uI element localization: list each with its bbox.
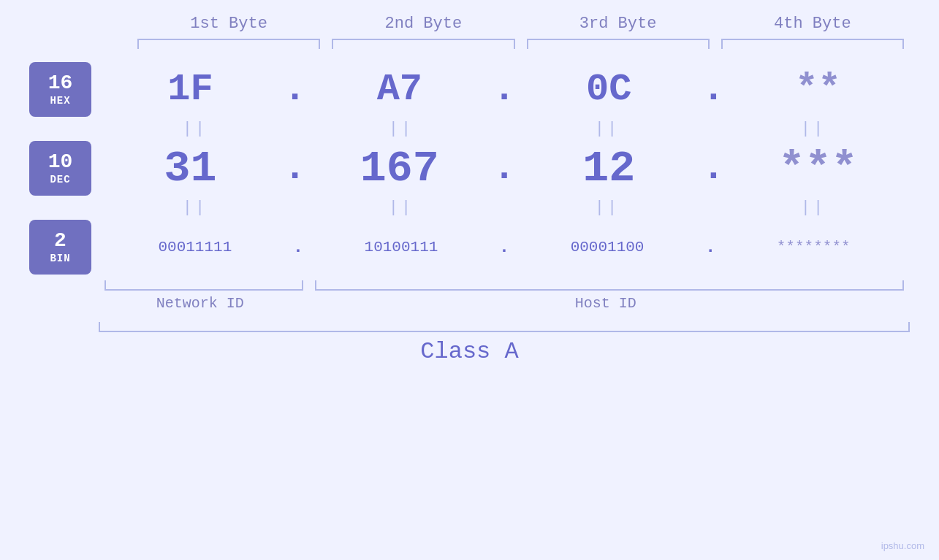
dec-dot-3: . xyxy=(701,147,726,190)
bin-badge-label: BIN xyxy=(50,253,70,264)
id-labels-row: Network ID Host ID xyxy=(29,295,910,312)
dec-byte-3-cell: 12 xyxy=(517,144,701,193)
host-id-cell: Host ID xyxy=(302,295,911,312)
hex-byte-2: A7 xyxy=(377,68,422,111)
equals-1-4: || xyxy=(801,120,826,138)
bracket-2 xyxy=(332,39,514,49)
dec-dot-1: . xyxy=(282,147,308,190)
bin-byte-3: 00001100 xyxy=(571,239,645,256)
byte-header-4: 4th Byte xyxy=(715,15,910,33)
bin-byte-2-cell: 10100111 xyxy=(305,239,498,256)
class-label: Class A xyxy=(420,338,518,365)
dec-byte-1-cell: 31 xyxy=(99,144,282,193)
equals-1-3: || xyxy=(595,120,620,138)
bracket-1 xyxy=(137,39,320,49)
watermark: ipshu.com xyxy=(881,540,924,551)
hex-badge: 16 HEX xyxy=(29,62,91,117)
equals-1-2: || xyxy=(389,120,414,138)
host-bracket xyxy=(315,280,905,291)
network-id-cell: Network ID xyxy=(99,295,302,312)
host-id-label: Host ID xyxy=(575,295,636,312)
dec-badge-num: 10 xyxy=(48,151,73,174)
hex-byte-1-cell: 1F xyxy=(99,68,282,111)
class-bracket-container xyxy=(29,322,910,332)
dec-byte-2-cell: 167 xyxy=(308,144,491,193)
top-bracket-row xyxy=(29,39,910,49)
hex-dot-1: . xyxy=(282,68,308,111)
byte-header-2: 2nd Byte xyxy=(326,15,520,33)
dec-badge-label: DEC xyxy=(50,174,70,185)
dec-byte-2: 167 xyxy=(360,144,439,193)
equals-1-1: || xyxy=(183,120,208,138)
dec-byte-4-cell: *** xyxy=(726,144,910,193)
equals-row-1: || || || || xyxy=(29,120,910,138)
dec-byte-3: 12 xyxy=(582,144,635,193)
dec-row: 10 DEC 31 . 167 . 12 . *** xyxy=(29,141,910,196)
hex-dot-3: . xyxy=(701,68,726,111)
equals-2-2: || xyxy=(389,199,414,217)
hex-byte-3-cell: 0C xyxy=(517,68,701,111)
equals-2-1: || xyxy=(183,199,208,217)
bin-byte-3-cell: 00001100 xyxy=(511,239,704,256)
bin-badge-num: 2 xyxy=(54,230,66,253)
dec-badge: 10 DEC xyxy=(29,141,91,196)
equals-2-3: || xyxy=(595,199,620,217)
dec-values: 31 . 167 . 12 . *** xyxy=(99,144,910,193)
hex-badge-num: 16 xyxy=(48,72,73,95)
bottom-bracket-container xyxy=(29,280,910,291)
bin-row: 2 BIN 00011111 . 10100111 . 00001100 . *… xyxy=(29,220,910,275)
hex-values: 1F . A7 . 0C . ** xyxy=(99,68,910,111)
hex-dot-2: . xyxy=(491,68,517,111)
bin-byte-4: ******** xyxy=(777,239,851,256)
bin-byte-4-cell: ******** xyxy=(717,239,910,256)
byte-headers-row: 1st Byte 2nd Byte 3rd Byte 4th Byte xyxy=(29,15,910,33)
network-id-label: Network ID xyxy=(156,295,244,312)
byte-header-3: 3rd Byte xyxy=(521,15,715,33)
class-label-row: Class A xyxy=(29,338,910,365)
byte-header-1: 1st Byte xyxy=(132,15,326,33)
dec-byte-1: 31 xyxy=(164,144,217,193)
bracket-3 xyxy=(527,39,710,49)
bin-dot-3: . xyxy=(704,237,717,257)
hex-byte-4: ** xyxy=(795,68,840,111)
main-container: 1st Byte 2nd Byte 3rd Byte 4th Byte 16 H… xyxy=(0,0,939,560)
hex-badge-label: HEX xyxy=(50,95,70,107)
bin-values: 00011111 . 10100111 . 00001100 . *******… xyxy=(99,237,910,257)
bin-byte-1-cell: 00011111 xyxy=(99,239,292,256)
bracket-4 xyxy=(721,39,904,49)
hex-byte-4-cell: ** xyxy=(726,68,910,111)
bin-dot-2: . xyxy=(498,237,511,257)
equals-row-2: || || || || xyxy=(29,199,910,217)
dec-byte-4: *** xyxy=(778,144,857,193)
hex-byte-2-cell: A7 xyxy=(308,68,491,111)
hex-row: 16 HEX 1F . A7 . 0C . ** xyxy=(29,62,910,117)
bin-dot-1: . xyxy=(292,237,305,257)
bin-byte-2: 10100111 xyxy=(365,239,438,256)
network-bracket xyxy=(104,280,303,291)
bin-badge: 2 BIN xyxy=(29,220,91,275)
class-bracket xyxy=(99,322,910,332)
hex-byte-1: 1F xyxy=(167,68,213,111)
dec-dot-2: . xyxy=(491,147,517,190)
bin-byte-1: 00011111 xyxy=(158,239,232,256)
equals-2-4: || xyxy=(801,199,826,217)
hex-byte-3: 0C xyxy=(586,68,631,111)
